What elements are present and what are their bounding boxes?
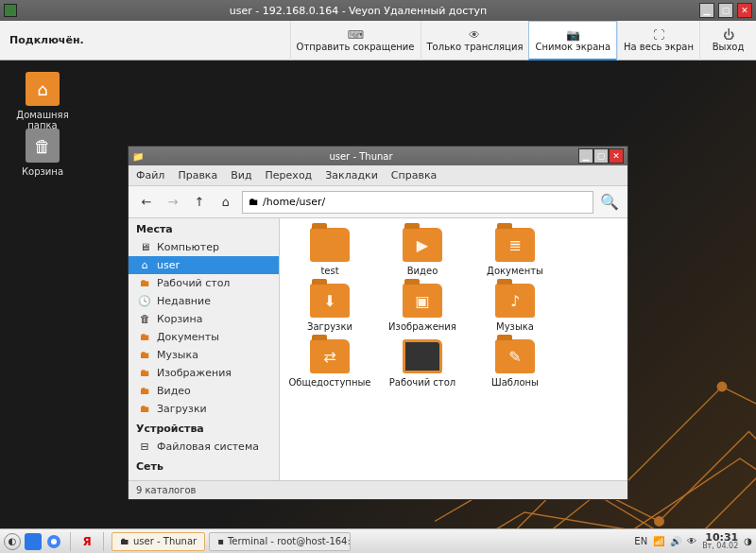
up-button[interactable]: ↑ [189,192,210,213]
folder-pictures[interactable]: ▣Изображения [378,284,467,332]
clock-icon: 🕓 [138,295,151,307]
exit-icon: ⏻ [720,28,737,42]
exit-button[interactable]: ⏻ Выход [699,21,756,60]
screenshot-button[interactable]: 📷 Снимок экрана [528,21,617,60]
thunar-maximize-button[interactable]: ▢ [593,148,609,164]
thunar-window: 📁 user - Thunar ▁ ▢ ✕ Файл Правка Вид Пе… [128,146,628,500]
show-desktop-button[interactable] [25,533,42,550]
visibility-tray-icon[interactable]: 👁 [687,536,696,546]
home-icon: ⌂ [26,72,60,106]
veyon-title: user - 192.168.0.164 - Veyon Удаленный д… [21,5,696,17]
send-shortcut-button[interactable]: ⌨ Отправить сокращение [290,21,421,60]
disk-icon: ⊟ [138,441,151,453]
menu-help[interactable]: Справка [391,169,437,181]
taskbar: ◐ Я 🖿user - Thunar ▪Terminal - root@host… [0,528,756,553]
folder-icon: 🖿 [138,331,151,343]
folder-icon: 🖿 [138,367,151,379]
folder-documents[interactable]: ≣Документы [471,228,559,276]
thunar-nav: ← → ↑ ⌂ 🖿 /home/user/ 🔍 [129,186,627,218]
fullscreen-button[interactable]: ⛶ На весь экран [617,21,699,60]
thunar-titlebar[interactable]: 📁 user - Thunar ▁ ▢ ✕ [129,147,627,165]
back-button[interactable]: ← [136,192,157,213]
sidebar-item-recent[interactable]: 🕓Недавние [129,292,279,310]
folder-icon: 🖿 [138,277,151,289]
desktop-trash-icon[interactable]: 🗑 Корзина [9,129,76,177]
folder-public[interactable]: ⇄Общедоступные [285,339,374,388]
svg-point-1 [655,517,664,527]
network-heading: Сеть [129,456,279,475]
svg-point-2 [717,382,727,391]
svg-point-5 [51,539,57,544]
close-button[interactable]: ✕ [737,3,752,18]
sidebar-item-videos[interactable]: 🖿Видео [129,382,279,400]
home-button[interactable]: ⌂ [215,192,236,213]
menu-bookmarks[interactable]: Закладки [325,169,378,181]
remote-desktop: ⌂ Домашняя папка 🗑 Корзина 📁 user - Thun… [0,60,756,528]
thunar-minimize-button[interactable]: ▁ [578,148,593,164]
sidebar-item-pictures[interactable]: 🖿Изображения [129,364,279,382]
sidebar-item-desktop[interactable]: 🖿Рабочий стол [129,274,279,292]
trash-icon: 🗑 [138,313,151,325]
location-bar[interactable]: 🖿 /home/user/ [242,191,593,214]
folder-icon: 🖿 [138,403,151,415]
folder-videos[interactable]: ▶Видео [378,228,467,276]
minimize-button[interactable]: ▁ [699,3,714,18]
sidebar-item-music[interactable]: 🖿Музыка [129,346,279,364]
network-tray-icon[interactable]: 📶 [653,536,664,546]
yandex-launcher[interactable]: Я [78,533,95,550]
connection-status: Подключён. [0,34,94,46]
search-button[interactable]: 🔍 [599,193,620,211]
location-path: /home/user/ [263,196,325,208]
terminal-icon: ▪ [217,536,224,546]
folder-desktop[interactable]: Рабочий стол [378,339,467,388]
thunar-menubar: Файл Правка Вид Переход Закладки Справка [129,165,627,186]
folder-music[interactable]: ♪Музыка [471,284,559,332]
task-thunar[interactable]: 🖿user - Thunar [112,532,205,551]
maximize-button[interactable]: ▢ [718,3,733,18]
chromium-launcher[interactable] [45,533,62,550]
system-tray: EN 📶 🔊 👁 10:31 Вт, 04.02 ◑ [634,532,752,550]
menu-go[interactable]: Переход [266,169,313,181]
computer-icon: 🖥 [138,241,151,253]
menu-view[interactable]: Вид [231,169,251,181]
sidebar-item-downloads[interactable]: 🖿Загрузки [129,400,279,418]
start-menu-button[interactable]: ◐ [4,533,21,550]
sidebar-item-trash[interactable]: 🗑Корзина [129,310,279,328]
file-pane[interactable]: test ▶Видео ≣Документы ⬇Загрузки ▣Изобра… [280,218,627,480]
folder-test[interactable]: test [285,228,374,276]
veyon-toolbar: Подключён. ⌨ Отправить сокращение 👁 Толь… [0,21,756,60]
camera-icon: 📷 [564,28,581,42]
menu-edit[interactable]: Правка [178,169,217,181]
menu-file[interactable]: Файл [136,169,164,181]
fullscreen-icon: ⛶ [650,28,667,42]
clock[interactable]: 10:31 Вт, 04.02 [702,532,738,550]
forward-button[interactable]: → [163,192,183,213]
folder-icon: 📁 [132,151,144,162]
places-heading: Места [129,218,279,238]
keyboard-layout[interactable]: EN [634,536,647,546]
devices-heading: Устройства [129,418,279,438]
folder-downloads[interactable]: ⬇Загрузки [285,284,374,332]
session-tray-icon[interactable]: ◑ [744,536,752,546]
desktop-trash-label: Корзина [9,166,76,177]
thunar-close-button[interactable]: ✕ [609,148,624,164]
clock-date: Вт, 04.02 [702,543,738,550]
sidebar-item-computer[interactable]: 🖥Компьютер [129,238,279,256]
desktop-home-label: Домашняя папка [9,110,76,130]
thunar-sidebar: Места 🖥Компьютер ⌂user 🖿Рабочий стол 🕓Не… [129,218,280,480]
folder-icon: 🖿 [138,349,151,361]
home-icon: ⌂ [138,259,151,271]
task-terminal[interactable]: ▪Terminal - root@host-164: ... [209,532,351,551]
sidebar-item-user[interactable]: ⌂user [129,256,279,274]
folder-icon: 🖿 [138,385,151,397]
sidebar-item-filesystem[interactable]: ⊟Файловая система [129,438,279,456]
desktop-home-icon[interactable]: ⌂ Домашняя папка [9,72,76,130]
thunar-statusbar: 9 каталогов [129,480,627,499]
sidebar-item-documents[interactable]: 🖿Документы [129,328,279,346]
volume-tray-icon[interactable]: 🔊 [670,536,681,546]
view-only-button[interactable]: 👁 Только трансляция [421,21,529,60]
thunar-title: user - Thunar [144,151,578,162]
folder-templates[interactable]: ✎Шаблоны [471,339,559,388]
veyon-app-icon [4,4,17,17]
folder-icon: 🖿 [249,196,259,208]
